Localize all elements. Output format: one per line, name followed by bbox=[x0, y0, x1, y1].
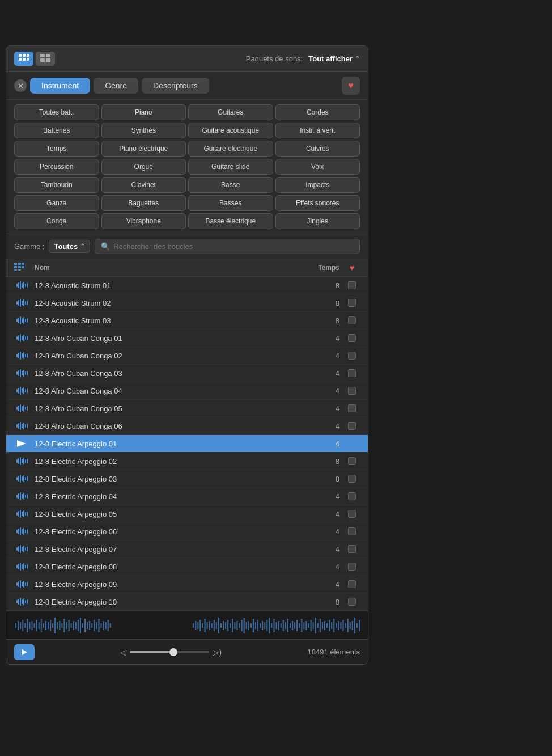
instrument-button-orgue[interactable]: Orgue bbox=[101, 159, 186, 175]
instrument-button-piano[interactable]: Piano bbox=[101, 104, 186, 120]
svg-rect-177 bbox=[89, 621, 90, 630]
track-row[interactable]: 12-8 Electric Arpeggio 094 bbox=[6, 576, 368, 593]
instrument-button-basses[interactable]: Basses bbox=[188, 195, 273, 211]
track-favorite[interactable] bbox=[344, 369, 360, 377]
instrument-button-baguettes[interactable]: Baguettes bbox=[101, 195, 186, 211]
svg-rect-52 bbox=[27, 353, 28, 358]
svg-rect-104 bbox=[18, 511, 19, 517]
track-row[interactable]: 12-8 Electric Arpeggio 054 bbox=[6, 505, 368, 523]
track-icon bbox=[14, 439, 30, 448]
instrument-button-jingles[interactable]: Jingles bbox=[275, 213, 360, 229]
waveform-icon bbox=[16, 316, 28, 325]
track-beats: 4 bbox=[305, 545, 339, 554]
track-row[interactable]: 12-8 Acoustic Strum 028 bbox=[6, 294, 368, 312]
track-favorite[interactable] bbox=[344, 563, 360, 571]
svg-rect-189 bbox=[197, 622, 198, 629]
svg-rect-109 bbox=[27, 512, 28, 516]
track-row[interactable]: 12-8 Acoustic Strum 038 bbox=[6, 312, 368, 330]
track-row[interactable]: 12-8 Afro Cuban Conga 034 bbox=[6, 365, 368, 382]
svg-rect-230 bbox=[292, 621, 293, 630]
track-row[interactable]: 12-8 Afro Cuban Conga 024 bbox=[6, 347, 368, 365]
svg-rect-164 bbox=[59, 621, 60, 630]
view-toggle bbox=[14, 52, 55, 66]
track-row[interactable]: 12-8 Afro Cuban Conga 014 bbox=[6, 330, 368, 347]
instrument-button-effets-sonores[interactable]: Effets sonores bbox=[275, 195, 360, 211]
svg-rect-73 bbox=[27, 406, 28, 411]
tab-descripteurs[interactable]: Descripteurs bbox=[142, 78, 209, 94]
svg-rect-182 bbox=[101, 623, 102, 628]
instrument-button-piano-lectrique[interactable]: Piano électrique bbox=[101, 141, 186, 157]
track-name: 12-8 Electric Arpeggio 10 bbox=[35, 598, 301, 606]
track-favorite[interactable] bbox=[344, 316, 360, 324]
instrument-button-tambourin[interactable]: Tambourin bbox=[14, 177, 99, 193]
track-favorite[interactable] bbox=[344, 422, 360, 430]
volume-slider[interactable] bbox=[130, 651, 209, 653]
view-grid-button[interactable] bbox=[14, 52, 33, 66]
track-favorite[interactable] bbox=[344, 281, 360, 289]
instrument-button-voix[interactable]: Voix bbox=[275, 159, 360, 175]
track-favorite[interactable] bbox=[344, 352, 360, 360]
track-row[interactable]: 12-8 Acoustic Strum 018 bbox=[6, 277, 368, 294]
track-favorite[interactable] bbox=[344, 387, 360, 395]
track-favorite[interactable] bbox=[344, 440, 360, 447]
tab-genre[interactable]: Genre bbox=[94, 78, 138, 94]
svg-rect-48 bbox=[20, 352, 21, 360]
instrument-button-instr--vent[interactable]: Instr. à vent bbox=[275, 123, 360, 138]
track-favorite[interactable] bbox=[344, 545, 360, 553]
svg-rect-35 bbox=[22, 318, 23, 323]
track-row[interactable]: 12-8 Afro Cuban Conga 044 bbox=[6, 382, 368, 400]
favorites-filter-button[interactable]: ♥ bbox=[342, 77, 360, 95]
instrument-button-impacts[interactable]: Impacts bbox=[275, 177, 360, 193]
track-row[interactable]: 12-8 Afro Cuban Conga 054 bbox=[6, 400, 368, 417]
track-row[interactable]: 12-8 Electric Arpeggio 108 bbox=[6, 593, 368, 611]
track-favorite[interactable] bbox=[344, 598, 360, 606]
svg-rect-152 bbox=[32, 621, 33, 630]
track-favorite[interactable] bbox=[344, 457, 360, 465]
search-input[interactable] bbox=[113, 242, 354, 251]
track-row[interactable]: 12-8 Electric Arpeggio 084 bbox=[6, 558, 368, 576]
track-favorite[interactable] bbox=[344, 475, 360, 483]
track-favorite[interactable] bbox=[344, 299, 360, 307]
view-list-button[interactable] bbox=[36, 52, 55, 66]
instrument-button-vibraphone[interactable]: Vibraphone bbox=[101, 213, 186, 229]
track-row[interactable]: 12-8 Electric Arpeggio 044 bbox=[6, 488, 368, 505]
track-favorite[interactable] bbox=[344, 492, 360, 500]
instrument-button-basse-lectrique[interactable]: Basse électrique bbox=[188, 213, 273, 229]
instrument-button-toutes-batt[interactable]: Toutes batt. bbox=[14, 104, 99, 120]
instrument-button-percussion[interactable]: Percussion bbox=[14, 159, 99, 175]
track-icon bbox=[14, 597, 30, 606]
instrument-button-guitare-lectrique[interactable]: Guitare électrique bbox=[188, 141, 273, 157]
instrument-button-basse[interactable]: Basse bbox=[188, 177, 273, 193]
instrument-button-clavinet[interactable]: Clavinet bbox=[101, 177, 186, 193]
track-favorite[interactable] bbox=[344, 527, 360, 535]
gamme-select-button[interactable]: Toutes ⌃ bbox=[49, 240, 90, 253]
track-name: 12-8 Electric Arpeggio 03 bbox=[35, 475, 301, 483]
instrument-button-guitare-acoustique[interactable]: Guitare acoustique bbox=[188, 123, 273, 138]
track-favorite[interactable] bbox=[344, 510, 360, 518]
play-button[interactable] bbox=[14, 644, 35, 660]
instrument-button-guitares[interactable]: Guitares bbox=[188, 104, 273, 120]
track-row[interactable]: 12-8 Electric Arpeggio 038 bbox=[6, 470, 368, 488]
track-row[interactable]: 12-8 Electric Arpeggio 028 bbox=[6, 453, 368, 470]
instrument-button-cuivres[interactable]: Cuivres bbox=[275, 141, 360, 157]
svg-rect-24 bbox=[27, 283, 28, 288]
instrument-button-conga[interactable]: Conga bbox=[14, 213, 99, 229]
track-row[interactable]: 12-8 Afro Cuban Conga 064 bbox=[6, 417, 368, 435]
track-row[interactable]: 12-8 Electric Arpeggio 074 bbox=[6, 540, 368, 558]
svg-rect-246 bbox=[329, 620, 330, 631]
instrument-button-guitare-slide[interactable]: Guitare slide bbox=[188, 159, 273, 175]
instrument-button-cordes[interactable]: Cordes bbox=[275, 104, 360, 120]
track-favorite[interactable] bbox=[344, 334, 360, 342]
instrument-button-temps[interactable]: Temps bbox=[14, 141, 99, 157]
instrument-button-ganza[interactable]: Ganza bbox=[14, 195, 99, 211]
track-favorite[interactable] bbox=[344, 580, 360, 588]
close-button[interactable]: ✕ bbox=[14, 79, 27, 92]
instrument-button-synths[interactable]: Synthés bbox=[101, 123, 186, 138]
svg-rect-153 bbox=[34, 623, 35, 628]
instrument-button-batteries[interactable]: Batteries bbox=[14, 123, 99, 138]
sound-packs-select[interactable]: Tout afficher ⌃ bbox=[308, 54, 360, 63]
track-row[interactable]: 12-8 Electric Arpeggio 014 bbox=[6, 435, 368, 453]
track-favorite[interactable] bbox=[344, 404, 360, 412]
track-row[interactable]: 12-8 Electric Arpeggio 064 bbox=[6, 523, 368, 540]
tab-instrument[interactable]: Instrument bbox=[30, 78, 90, 94]
